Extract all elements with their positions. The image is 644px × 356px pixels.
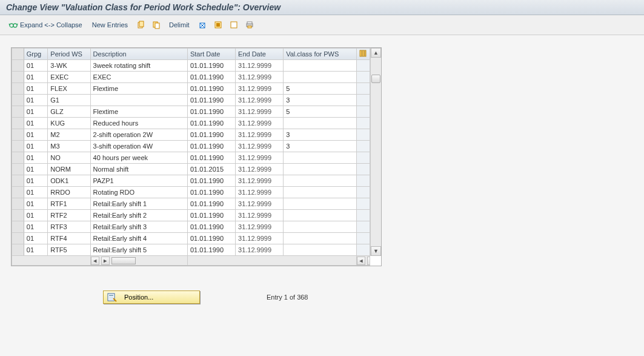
cell-description[interactable]: Normal shift <box>90 164 187 175</box>
scroll-right2-icon[interactable]: ► <box>367 257 370 265</box>
cell-grpg[interactable]: 01 <box>24 175 48 187</box>
cell-period-ws[interactable]: RTF5 <box>48 244 90 256</box>
cell-description[interactable]: Reduced hours <box>90 118 187 129</box>
cell-period-ws[interactable]: 3-WK <box>48 60 90 72</box>
cell-period-ws[interactable]: NO <box>48 152 90 164</box>
cell-grpg[interactable]: 01 <box>24 83 48 95</box>
cell-description[interactable]: Retail:Early shift 3 <box>90 221 187 233</box>
cell-grpg[interactable]: 01 <box>24 244 48 256</box>
cell-period-ws[interactable]: RTF3 <box>48 221 90 233</box>
delimit-button[interactable]: Delimit <box>167 20 192 30</box>
cell-description[interactable]: Retail:Early shift 2 <box>90 210 187 221</box>
cell-grpg[interactable]: 01 <box>24 233 48 244</box>
cell-grpg[interactable]: 01 <box>24 198 48 210</box>
cell-start-date[interactable]: 01.01.1990 <box>187 83 235 95</box>
cell-period-ws[interactable]: M2 <box>48 129 90 141</box>
cell-end-date[interactable]: 31.12.9999 <box>236 164 284 175</box>
row-selector[interactable] <box>12 198 24 210</box>
table-row[interactable]: 01KUGReduced hours01.01.199031.12.9999 <box>12 118 370 129</box>
new-entries-button[interactable]: New Entries <box>90 20 130 30</box>
row-selector[interactable] <box>12 164 24 175</box>
scroll-down-icon[interactable]: ▼ <box>371 246 381 256</box>
row-selector[interactable] <box>12 233 24 244</box>
cell-val-class[interactable] <box>284 233 357 244</box>
vertical-scrollbar[interactable]: ▲ ▼ <box>370 48 381 256</box>
table-row[interactable]: 01EXECEXEC01.01.199031.12.9999 <box>12 72 370 83</box>
cell-val-class[interactable] <box>284 221 357 233</box>
cell-end-date[interactable]: 31.12.9999 <box>236 198 284 210</box>
cell-end-date[interactable]: 31.12.9999 <box>236 187 284 198</box>
table-row[interactable]: 01RTF2Retail:Early shift 201.01.199031.1… <box>12 210 370 221</box>
cell-end-date[interactable]: 31.12.9999 <box>236 221 284 233</box>
cell-period-ws[interactable]: KUG <box>48 118 90 129</box>
row-selector[interactable] <box>12 95 24 106</box>
row-selector[interactable] <box>12 244 24 256</box>
cell-val-class[interactable] <box>284 187 357 198</box>
cell-start-date[interactable]: 01.01.1990 <box>187 152 235 164</box>
cell-end-date[interactable]: 31.12.9999 <box>236 210 284 221</box>
table-row[interactable]: 01RTF3Retail:Early shift 301.01.199031.1… <box>12 221 370 233</box>
cell-description[interactable]: Retail:Early shift 4 <box>90 233 187 244</box>
cell-description[interactable]: Flextime <box>90 83 187 95</box>
cell-val-class[interactable]: 3 <box>284 141 357 152</box>
cell-description[interactable]: Rotating RDO <box>90 187 187 198</box>
copy-icon[interactable] <box>135 19 146 30</box>
cell-end-date[interactable]: 31.12.9999 <box>236 60 284 72</box>
cell-start-date[interactable]: 01.01.1990 <box>187 118 235 129</box>
cell-start-date[interactable]: 01.01.1990 <box>187 141 235 152</box>
column-header-period-ws[interactable]: Period WS <box>48 49 90 60</box>
table-row[interactable]: 01RTF1Retail:Early shift 101.01.199031.1… <box>12 198 370 210</box>
cell-period-ws[interactable]: FLEX <box>48 83 90 95</box>
cell-start-date[interactable]: 01.01.1990 <box>187 95 235 106</box>
cell-val-class[interactable] <box>284 118 357 129</box>
cell-val-class[interactable] <box>284 152 357 164</box>
table-row[interactable]: 01M22-shift operation 2W01.01.199031.12.… <box>12 129 370 141</box>
table-row[interactable]: 01NO40 hours per week01.01.199031.12.999… <box>12 152 370 164</box>
cell-end-date[interactable]: 31.12.9999 <box>236 175 284 187</box>
cell-start-date[interactable]: 01.01.1990 <box>187 244 235 256</box>
cell-end-date[interactable]: 31.12.9999 <box>236 95 284 106</box>
expand-collapse-button[interactable]: Expand <-> Collapse <box>6 19 85 31</box>
cell-end-date[interactable]: 31.12.9999 <box>236 83 284 95</box>
table-row[interactable]: 01RRDORotating RDO01.01.199031.12.9999 <box>12 187 370 198</box>
cell-period-ws[interactable]: ODK1 <box>48 175 90 187</box>
row-selector[interactable] <box>12 60 24 72</box>
row-selector[interactable] <box>12 72 24 83</box>
cell-start-date[interactable]: 01.01.1990 <box>187 210 235 221</box>
cell-val-class[interactable] <box>284 244 357 256</box>
row-selector[interactable] <box>12 221 24 233</box>
cell-description[interactable]: 2-shift operation 2W <box>90 129 187 141</box>
cell-description[interactable]: 40 hours per week <box>90 152 187 164</box>
scroll-right-icon[interactable]: ► <box>101 257 110 265</box>
cell-description[interactable]: EXEC <box>90 72 187 83</box>
column-header-end-date[interactable]: End Date <box>236 49 284 60</box>
table-row[interactable]: 01RTF4Retail:Early shift 401.01.199031.1… <box>12 233 370 244</box>
row-selector[interactable] <box>12 152 24 164</box>
select-all-icon[interactable] <box>213 19 224 30</box>
delete-icon[interactable] <box>197 19 208 30</box>
column-header-grpg[interactable]: Grpg <box>24 49 48 60</box>
cell-start-date[interactable]: 01.01.1990 <box>187 60 235 72</box>
copy-all-icon[interactable] <box>151 19 162 30</box>
scroll-left-icon[interactable]: ◄ <box>91 257 99 265</box>
table-row[interactable]: 01FLEXFlextime01.01.199031.12.99995 <box>12 83 370 95</box>
cell-period-ws[interactable]: RTF2 <box>48 210 90 221</box>
cell-grpg[interactable]: 01 <box>24 187 48 198</box>
cell-grpg[interactable]: 01 <box>24 141 48 152</box>
cell-start-date[interactable]: 01.01.1990 <box>187 72 235 83</box>
cell-end-date[interactable]: 31.12.9999 <box>236 72 284 83</box>
cell-end-date[interactable]: 31.12.9999 <box>236 129 284 141</box>
cell-period-ws[interactable]: NORM <box>48 164 90 175</box>
column-header-description[interactable]: Description <box>90 49 187 60</box>
cell-start-date[interactable]: 01.01.1990 <box>187 106 235 118</box>
horizontal-scrollbar[interactable]: ◄ ► ◄ ► <box>12 256 370 266</box>
cell-period-ws[interactable]: RTF4 <box>48 233 90 244</box>
cell-description[interactable]: 3-shift operation 4W <box>90 141 187 152</box>
row-selector[interactable] <box>12 118 24 129</box>
configure-columns-icon[interactable] <box>356 49 370 60</box>
cell-period-ws[interactable]: RTF1 <box>48 198 90 210</box>
cell-period-ws[interactable]: G1 <box>48 95 90 106</box>
row-selector[interactable] <box>12 141 24 152</box>
deselect-all-icon[interactable] <box>228 19 239 30</box>
cell-val-class[interactable]: 5 <box>284 83 357 95</box>
